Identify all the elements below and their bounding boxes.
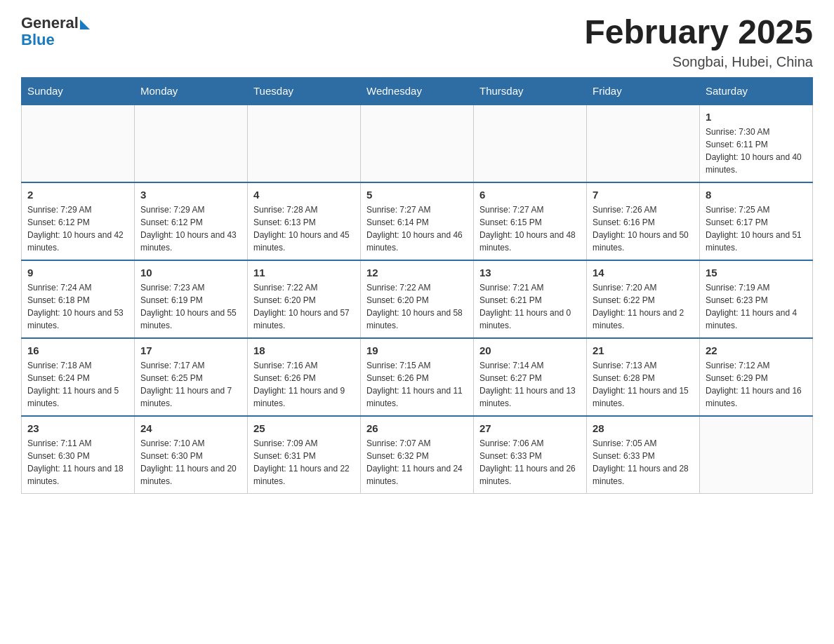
calendar-cell — [135, 105, 248, 182]
day-number: 5 — [366, 189, 468, 201]
day-info: Sunrise: 7:25 AMSunset: 6:17 PMDaylight:… — [706, 203, 807, 254]
day-number: 1 — [706, 111, 807, 123]
calendar-cell: 5Sunrise: 7:27 AMSunset: 6:14 PMDaylight… — [361, 182, 474, 260]
calendar-cell: 10Sunrise: 7:23 AMSunset: 6:19 PMDayligh… — [135, 260, 248, 338]
day-number: 12 — [366, 267, 468, 279]
location-subtitle: Songbai, Hubei, China — [584, 54, 813, 70]
day-info: Sunrise: 7:19 AMSunset: 6:23 PMDaylight:… — [706, 281, 807, 332]
day-info: Sunrise: 7:29 AMSunset: 6:12 PMDaylight:… — [27, 203, 128, 254]
calendar-cell: 16Sunrise: 7:18 AMSunset: 6:24 PMDayligh… — [22, 338, 135, 416]
calendar-week-row: 9Sunrise: 7:24 AMSunset: 6:18 PMDaylight… — [22, 260, 813, 338]
day-number: 22 — [706, 344, 807, 356]
calendar-cell: 23Sunrise: 7:11 AMSunset: 6:30 PMDayligh… — [22, 416, 135, 494]
day-info: Sunrise: 7:20 AMSunset: 6:22 PMDaylight:… — [593, 281, 694, 332]
calendar-cell: 22Sunrise: 7:12 AMSunset: 6:29 PMDayligh… — [700, 338, 813, 416]
calendar-table: SundayMondayTuesdayWednesdayThursdayFrid… — [21, 77, 813, 494]
day-info: Sunrise: 7:18 AMSunset: 6:24 PMDaylight:… — [27, 359, 128, 410]
calendar-cell — [361, 105, 474, 182]
weekday-header-friday: Friday — [587, 77, 700, 105]
calendar-cell: 13Sunrise: 7:21 AMSunset: 6:21 PMDayligh… — [474, 260, 587, 338]
day-info: Sunrise: 7:06 AMSunset: 6:33 PMDaylight:… — [479, 437, 581, 488]
day-number: 13 — [479, 267, 581, 279]
day-info: Sunrise: 7:11 AMSunset: 6:30 PMDaylight:… — [27, 437, 128, 488]
calendar-cell: 12Sunrise: 7:22 AMSunset: 6:20 PMDayligh… — [361, 260, 474, 338]
day-info: Sunrise: 7:15 AMSunset: 6:26 PMDaylight:… — [366, 359, 468, 410]
calendar-cell: 27Sunrise: 7:06 AMSunset: 6:33 PMDayligh… — [474, 416, 587, 494]
calendar-cell: 17Sunrise: 7:17 AMSunset: 6:25 PMDayligh… — [135, 338, 248, 416]
calendar-cell: 1Sunrise: 7:30 AMSunset: 6:11 PMDaylight… — [700, 105, 813, 182]
day-number: 9 — [27, 267, 128, 279]
calendar-cell: 19Sunrise: 7:15 AMSunset: 6:26 PMDayligh… — [361, 338, 474, 416]
day-info: Sunrise: 7:09 AMSunset: 6:31 PMDaylight:… — [253, 437, 355, 488]
day-info: Sunrise: 7:27 AMSunset: 6:14 PMDaylight:… — [366, 203, 468, 254]
calendar-cell — [587, 105, 700, 182]
day-number: 24 — [140, 422, 241, 434]
day-info: Sunrise: 7:28 AMSunset: 6:13 PMDaylight:… — [253, 203, 355, 254]
day-number: 8 — [706, 189, 807, 201]
calendar-cell: 7Sunrise: 7:26 AMSunset: 6:16 PMDaylight… — [587, 182, 700, 260]
calendar-week-row: 1Sunrise: 7:30 AMSunset: 6:11 PMDaylight… — [22, 105, 813, 182]
day-info: Sunrise: 7:14 AMSunset: 6:27 PMDaylight:… — [479, 359, 581, 410]
weekday-header-wednesday: Wednesday — [361, 77, 474, 105]
day-number: 28 — [593, 422, 694, 434]
calendar-week-row: 2Sunrise: 7:29 AMSunset: 6:12 PMDaylight… — [22, 182, 813, 260]
calendar-cell — [700, 416, 813, 494]
day-info: Sunrise: 7:13 AMSunset: 6:28 PMDaylight:… — [593, 359, 694, 410]
day-number: 2 — [27, 189, 128, 201]
weekday-header-thursday: Thursday — [474, 77, 587, 105]
calendar-cell — [248, 105, 361, 182]
calendar-cell: 9Sunrise: 7:24 AMSunset: 6:18 PMDaylight… — [22, 260, 135, 338]
day-number: 18 — [253, 344, 355, 356]
day-info: Sunrise: 7:30 AMSunset: 6:11 PMDaylight:… — [706, 126, 807, 176]
day-number: 21 — [593, 344, 694, 356]
calendar-cell: 26Sunrise: 7:07 AMSunset: 6:32 PMDayligh… — [361, 416, 474, 494]
calendar-cell: 11Sunrise: 7:22 AMSunset: 6:20 PMDayligh… — [248, 260, 361, 338]
day-info: Sunrise: 7:27 AMSunset: 6:15 PMDaylight:… — [479, 203, 581, 254]
calendar-cell: 28Sunrise: 7:05 AMSunset: 6:33 PMDayligh… — [587, 416, 700, 494]
weekday-header-row: SundayMondayTuesdayWednesdayThursdayFrid… — [22, 77, 813, 105]
calendar-week-row: 16Sunrise: 7:18 AMSunset: 6:24 PMDayligh… — [22, 338, 813, 416]
day-info: Sunrise: 7:24 AMSunset: 6:18 PMDaylight:… — [27, 281, 128, 332]
day-number: 16 — [27, 344, 128, 356]
day-number: 6 — [479, 189, 581, 201]
day-number: 19 — [366, 344, 468, 356]
logo: General Blue — [21, 14, 90, 49]
logo-blue-text: Blue — [21, 31, 55, 49]
month-title: February 2025 — [584, 14, 813, 51]
calendar-cell: 18Sunrise: 7:16 AMSunset: 6:26 PMDayligh… — [248, 338, 361, 416]
calendar-cell: 21Sunrise: 7:13 AMSunset: 6:28 PMDayligh… — [587, 338, 700, 416]
day-info: Sunrise: 7:12 AMSunset: 6:29 PMDaylight:… — [706, 359, 807, 410]
day-info: Sunrise: 7:29 AMSunset: 6:12 PMDaylight:… — [140, 203, 241, 254]
day-info: Sunrise: 7:17 AMSunset: 6:25 PMDaylight:… — [140, 359, 241, 410]
day-info: Sunrise: 7:21 AMSunset: 6:21 PMDaylight:… — [479, 281, 581, 332]
calendar-cell: 24Sunrise: 7:10 AMSunset: 6:30 PMDayligh… — [135, 416, 248, 494]
weekday-header-sunday: Sunday — [22, 77, 135, 105]
calendar-cell: 14Sunrise: 7:20 AMSunset: 6:22 PMDayligh… — [587, 260, 700, 338]
day-number: 15 — [706, 267, 807, 279]
calendar-cell: 2Sunrise: 7:29 AMSunset: 6:12 PMDaylight… — [22, 182, 135, 260]
day-number: 3 — [140, 189, 241, 201]
calendar-cell: 6Sunrise: 7:27 AMSunset: 6:15 PMDaylight… — [474, 182, 587, 260]
logo-general-text: General — [21, 14, 79, 32]
logo-arrow-icon — [80, 20, 90, 29]
day-info: Sunrise: 7:22 AMSunset: 6:20 PMDaylight:… — [366, 281, 468, 332]
day-info: Sunrise: 7:07 AMSunset: 6:32 PMDaylight:… — [366, 437, 468, 488]
calendar-cell — [22, 105, 135, 182]
calendar-cell: 4Sunrise: 7:28 AMSunset: 6:13 PMDaylight… — [248, 182, 361, 260]
day-info: Sunrise: 7:16 AMSunset: 6:26 PMDaylight:… — [253, 359, 355, 410]
day-number: 27 — [479, 422, 581, 434]
weekday-header-tuesday: Tuesday — [248, 77, 361, 105]
title-area: February 2025 Songbai, Hubei, China — [584, 14, 813, 70]
day-number: 11 — [253, 267, 355, 279]
day-number: 25 — [253, 422, 355, 434]
calendar-cell: 15Sunrise: 7:19 AMSunset: 6:23 PMDayligh… — [700, 260, 813, 338]
day-info: Sunrise: 7:05 AMSunset: 6:33 PMDaylight:… — [593, 437, 694, 488]
day-number: 14 — [593, 267, 694, 279]
day-info: Sunrise: 7:23 AMSunset: 6:19 PMDaylight:… — [140, 281, 241, 332]
weekday-header-monday: Monday — [135, 77, 248, 105]
calendar-week-row: 23Sunrise: 7:11 AMSunset: 6:30 PMDayligh… — [22, 416, 813, 494]
day-number: 7 — [593, 189, 694, 201]
day-info: Sunrise: 7:22 AMSunset: 6:20 PMDaylight:… — [253, 281, 355, 332]
day-number: 4 — [253, 189, 355, 201]
calendar-cell: 20Sunrise: 7:14 AMSunset: 6:27 PMDayligh… — [474, 338, 587, 416]
